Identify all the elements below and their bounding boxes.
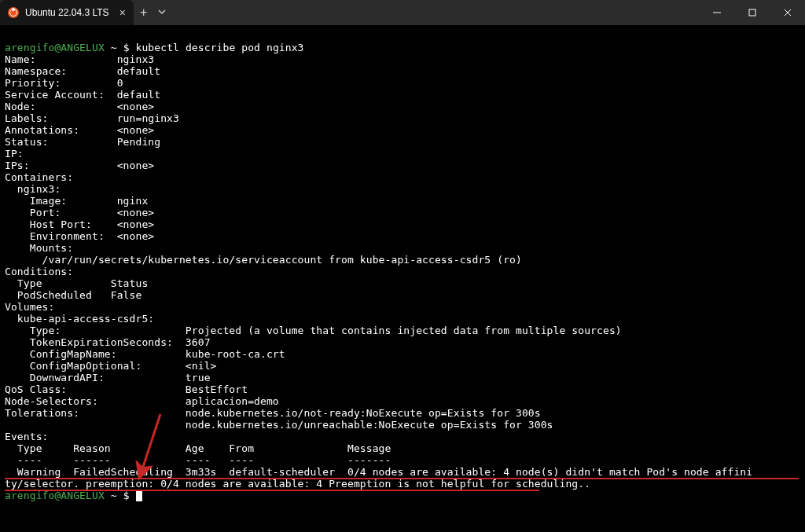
annotation-underline-2 xyxy=(5,490,539,491)
prompt-dollar-2: $ xyxy=(123,490,130,501)
annotation-underline-1 xyxy=(5,478,799,479)
ubuntu-icon xyxy=(8,7,19,18)
minimize-button[interactable] xyxy=(699,0,734,25)
maximize-button[interactable] xyxy=(734,0,770,25)
tab-dropdown-icon[interactable] xyxy=(153,8,171,17)
command-text: kubectl describe pod nginx3 xyxy=(136,42,304,53)
prompt-user-2: arengifo@ANGELUX xyxy=(5,490,105,501)
command-output: Name: nginx3 Namespace: default Priority… xyxy=(5,53,800,490)
window-titlebar: Ubuntu 22.04.3 LTS × + xyxy=(0,0,805,25)
svg-rect-1 xyxy=(749,9,755,16)
tab-title: Ubuntu 22.04.3 LTS xyxy=(25,7,109,18)
prompt-user: arengifo@ANGELUX xyxy=(5,42,105,53)
prompt-dollar: $ xyxy=(123,42,130,53)
cursor xyxy=(136,490,142,501)
prompt-path: ~ xyxy=(111,42,117,53)
window-controls xyxy=(699,0,805,25)
titlebar-tabs: Ubuntu 22.04.3 LTS × + xyxy=(0,0,171,25)
new-tab-button[interactable]: + xyxy=(134,6,153,20)
close-tab-icon[interactable]: × xyxy=(118,6,127,19)
prompt-path-2: ~ xyxy=(111,490,117,501)
close-button[interactable] xyxy=(770,0,805,25)
terminal-content[interactable]: arengifo@ANGELUX ~ $ kubectl describe po… xyxy=(0,25,805,532)
terminal-tab[interactable]: Ubuntu 22.04.3 LTS × xyxy=(0,0,134,25)
